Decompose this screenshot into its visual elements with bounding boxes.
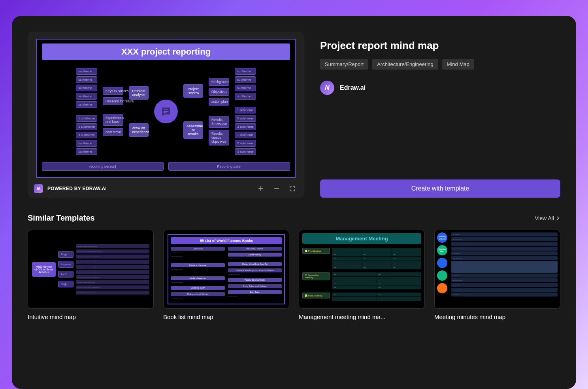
mm-right-main: Project Review Assessme nt results — [183, 84, 203, 139]
mm-node: Project Review — [183, 84, 203, 98]
mm-node: Assessme nt results — [183, 121, 203, 139]
mm-node: subtheme — [76, 93, 97, 100]
mm-node: 3 subtheme — [76, 132, 97, 138]
mm-node: 1 subtheme — [235, 132, 256, 138]
view-all-label: View All — [535, 215, 554, 221]
mm-node: Results Showcase — [209, 116, 229, 128]
mm-node: 3 subtheme — [235, 148, 256, 155]
mm-node: subtheme — [235, 85, 256, 91]
mm-node: Background — [209, 78, 229, 86]
mm-node: Experiences and laws — [103, 114, 123, 126]
mm-left-main: Problem analysis draw on experience — [129, 86, 149, 137]
mm-node: subtheme — [76, 140, 97, 147]
mm-node: 2 subtheme — [235, 115, 256, 122]
create-with-template-button[interactable]: Create with template — [320, 179, 560, 198]
template-title: Project report mind map — [320, 40, 560, 52]
mm-node: subtheme — [76, 101, 97, 108]
mm-node: subtheme — [235, 68, 256, 75]
minus-icon — [273, 185, 280, 192]
mm-node: draw on experience — [129, 123, 149, 137]
mm-node: 1 subtheme — [235, 107, 256, 113]
mm-footer-date: Reporting date| — [168, 162, 290, 171]
mm-node: 1 subtheme — [76, 115, 97, 122]
template-info-panel: Project report mind map Summary/Report A… — [320, 32, 560, 198]
template-preview-panel: XXX project reporting subtheme subtheme … — [28, 32, 304, 198]
edraw-logo-icon: N — [34, 184, 43, 193]
mindmap-preview: XXX project reporting subtheme subtheme … — [36, 39, 296, 178]
similar-templates-title: Similar Templates — [28, 213, 95, 223]
svg-rect-1 — [164, 111, 169, 112]
mm-node: 2 subtheme — [76, 123, 97, 130]
mm-node: subtheme — [76, 76, 97, 83]
preview-toolbar: N POWERED BY EDRAW.AI — [28, 179, 304, 198]
thumb-node: Prep — [58, 251, 74, 258]
mm-footer-person: reporting person| — [42, 162, 164, 171]
mm-node: 3 subtheme — [235, 123, 256, 130]
mindmap-center-icon — [154, 100, 178, 123]
mm-node: subtheme — [76, 85, 97, 91]
mm-node: Reasons for failure — [103, 97, 123, 105]
mm-node: subtheme — [235, 76, 256, 83]
template-card[interactable]: Management Meeting 📋 Pre-Meeting ——— ———… — [299, 230, 425, 320]
thumb3-title: Management Meeting — [302, 233, 421, 244]
template-card-label: Intuitive mind map — [28, 313, 154, 320]
mm-node: subtheme — [76, 68, 97, 75]
template-card-label: Management meeting mind ma... — [299, 313, 425, 320]
mm-right-mid: Background Objectives action plan Result… — [209, 78, 229, 145]
plus-icon — [258, 185, 264, 192]
svg-rect-2 — [164, 113, 167, 113]
template-card[interactable]: Meeting Minutes Meeting Plan — — — — — —… — [434, 230, 560, 320]
mm-left-mid: Keys to Success Reasons for failure Expe… — [103, 87, 123, 136]
view-all-link[interactable]: View All — [535, 215, 560, 221]
thumb-node: Alert — [58, 271, 74, 278]
expand-icon — [289, 185, 296, 192]
template-thumbnail: MBD Review of Offline Sales Activities P… — [28, 230, 154, 309]
svg-rect-0 — [164, 110, 169, 110]
thumb-node: Improve — [58, 261, 74, 268]
template-card-label: Book list mind map — [163, 313, 289, 320]
similar-templates-grid: MBD Review of Offline Sales Activities P… — [28, 230, 560, 320]
mindmap-body: subtheme subtheme subtheme subtheme subt… — [42, 64, 290, 159]
thumb1-center: MBD Review of Offline Sales Activities — [32, 262, 56, 277]
top-section: XXX project reporting subtheme subtheme … — [28, 32, 560, 198]
similar-templates-header: Similar Templates View All — [28, 213, 560, 223]
mm-node: Problem analysis — [129, 86, 149, 100]
template-thumbnail: Management Meeting 📋 Pre-Meeting ——— ———… — [299, 230, 425, 309]
mm-node: Objectives — [209, 88, 229, 96]
tag[interactable]: Mind Map — [442, 59, 474, 70]
mm-node: next move — [103, 128, 123, 136]
zoom-out-button[interactable] — [271, 183, 282, 194]
fullscreen-button[interactable] — [287, 183, 298, 194]
mm-node: Keys to Success — [103, 87, 123, 95]
template-thumbnail: 📖 List of World Famous Books Literature … — [163, 230, 289, 309]
author-name: Edraw.ai — [340, 84, 366, 91]
template-thumbnail: Meeting Minutes Meeting Plan — — — — — —… — [434, 230, 560, 309]
mm-left-subthemes: subtheme subtheme subtheme subtheme subt… — [76, 68, 97, 155]
powered-by-label: POWERED BY EDRAW.AI — [47, 186, 107, 191]
mindmap-footer: reporting person| Reporting date| — [42, 162, 290, 171]
mm-right-subthemes: subtheme subtheme subtheme subtheme 1 su… — [235, 68, 256, 155]
mindmap-title: XXX project reporting — [42, 43, 290, 60]
mm-node: subtheme — [235, 93, 256, 100]
mm-node: Results versus objectives — [209, 130, 229, 145]
mm-node: 2 subtheme — [235, 140, 256, 147]
template-tags: Summary/Report Architecture/Engineering … — [320, 59, 560, 70]
template-card[interactable]: 📖 List of World Famous Books Literature … — [163, 230, 289, 320]
template-card-label: Meeting minutes mind map — [434, 313, 560, 320]
mm-node: action plan — [209, 98, 229, 106]
thumb-node: Stop — [58, 281, 74, 287]
zoom-in-button[interactable] — [255, 183, 266, 194]
app-window: XXX project reporting subtheme subtheme … — [12, 16, 576, 389]
author-avatar: N — [320, 81, 334, 95]
chevron-right-icon — [556, 216, 560, 221]
author-row: N Edraw.ai — [320, 81, 560, 95]
template-card[interactable]: MBD Review of Offline Sales Activities P… — [28, 230, 154, 320]
tag[interactable]: Summary/Report — [320, 59, 368, 70]
thumb2-title: 📖 List of World Famous Books — [171, 237, 282, 244]
tag[interactable]: Architecture/Engineering — [372, 59, 438, 70]
mm-node: subtheme — [76, 148, 97, 155]
